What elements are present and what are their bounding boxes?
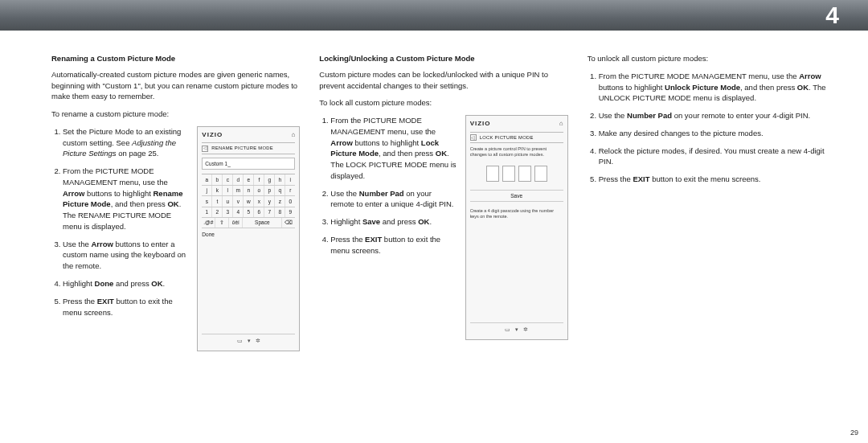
rename-step-3: Use the Arrow buttons to enter a custom … — [63, 239, 189, 272]
shift-key: .@# — [202, 218, 215, 228]
rename-screen: VIZIO ⌂ ◁ RENAME PICTURE MODE Custom 1_ … — [197, 126, 300, 351]
unlock-step-2: Use the Number Pad on your remote to ent… — [599, 110, 836, 121]
unlock-step-1: From the PICTURE MODE MANAGEMENT menu, u… — [599, 71, 836, 104]
lock-screen: VIZIO ⌂ ◁ LOCK PICTURE MODE Create a pic… — [465, 115, 568, 340]
steps-unlock: From the PICTURE MODE MANAGEMENT menu, u… — [588, 71, 836, 185]
heading-lock: Locking/Unlocking a Custom Picture Mode — [319, 53, 567, 64]
pin-boxes — [470, 166, 563, 182]
lock-step-3: Highlight Save and press OK. — [330, 216, 457, 228]
brand-label: VIZIO — [470, 119, 491, 129]
lock-step-4: Press the EXIT button to exit the menu s… — [330, 234, 457, 256]
lock-step-2: Use the Number Pad on your remote to ent… — [330, 188, 457, 211]
page-body: Renaming a Custom Picture Mode Automatic… — [51, 53, 836, 427]
back-icon: ◁ — [470, 134, 477, 141]
back-icon: ◁ — [202, 146, 208, 152]
lock-footnote: Create a 4 digit passcode using the numb… — [470, 208, 563, 219]
screen-title: LOCK PICTURE MODE — [480, 134, 534, 141]
chapter-number: 4 — [825, 2, 839, 29]
column-rename: Renaming a Custom Picture Mode Automatic… — [51, 53, 300, 351]
steps-lock: From the PICTURE MODE MANAGEMENT menu, u… — [319, 115, 457, 256]
rename-step-5: Press the EXIT button to exit the menu s… — [63, 296, 189, 318]
shift-icon: ⇧ — [215, 218, 229, 228]
wide-icon: ▭ — [505, 326, 510, 334]
wide-icon: ▭ — [237, 337, 243, 345]
delete-icon: ⌫ — [282, 218, 295, 228]
lock-step-1: From the PICTURE MODE MANAGEMENT menu, u… — [330, 115, 457, 182]
intro-lock: Custom picture modes can be locked/unloc… — [319, 69, 567, 92]
steps-rename: Set the Picture Mode to an existing cust… — [51, 126, 189, 318]
space-key: Space — [243, 218, 282, 228]
rename-step-1: Set the Picture Mode to an existing cust… — [63, 126, 189, 159]
unlock-step-5: Press the EXIT button to exit the menu s… — [599, 174, 836, 185]
accent-key: ôèí — [229, 218, 243, 228]
unlock-step-3: Make any desired changes to the picture … — [599, 128, 836, 139]
custom-name-input: Custom 1_ — [202, 158, 295, 170]
lead-lock: To lock all custom picture modes: — [319, 97, 567, 109]
heading-rename: Renaming a Custom Picture Mode — [51, 53, 300, 64]
chevron-down-icon: ▾ — [248, 337, 251, 345]
top-bar: 4 — [0, 0, 868, 31]
column-lock: Locking/Unlocking a Custom Picture Mode … — [319, 53, 567, 351]
lead-unlock: To unlock all custom picture modes: — [588, 53, 836, 64]
gear-icon: ✲ — [523, 326, 528, 334]
intro-rename: Automatically-created custom picture mod… — [51, 69, 300, 102]
rename-step-4: Highlight Done and press OK. — [63, 278, 189, 289]
brand-label: VIZIO — [202, 130, 223, 140]
done-row: Done — [202, 228, 295, 240]
rename-step-2: From the PICTURE MODE MANAGEMENT menu, u… — [63, 166, 189, 232]
chevron-down-icon: ▾ — [515, 326, 518, 334]
lock-description: Create a picture control PIN to prevent … — [470, 146, 563, 158]
lead-rename: To rename a custom picture mode: — [51, 109, 300, 120]
home-icon: ⌂ — [559, 119, 563, 129]
onscreen-keyboard: abcdefghi jklmnopqr stuvwxyz0 123456789 … — [202, 174, 295, 228]
page-number: 29 — [850, 429, 858, 437]
unlock-step-4: Relock the picture modes, if desired. Yo… — [599, 146, 836, 168]
screen-title: RENAME PICTURE MODE — [211, 145, 273, 151]
column-unlock: To unlock all custom picture modes: From… — [588, 53, 836, 351]
home-icon: ⌂ — [291, 130, 295, 140]
gear-icon: ✲ — [256, 337, 260, 345]
save-row: Save — [470, 190, 563, 202]
